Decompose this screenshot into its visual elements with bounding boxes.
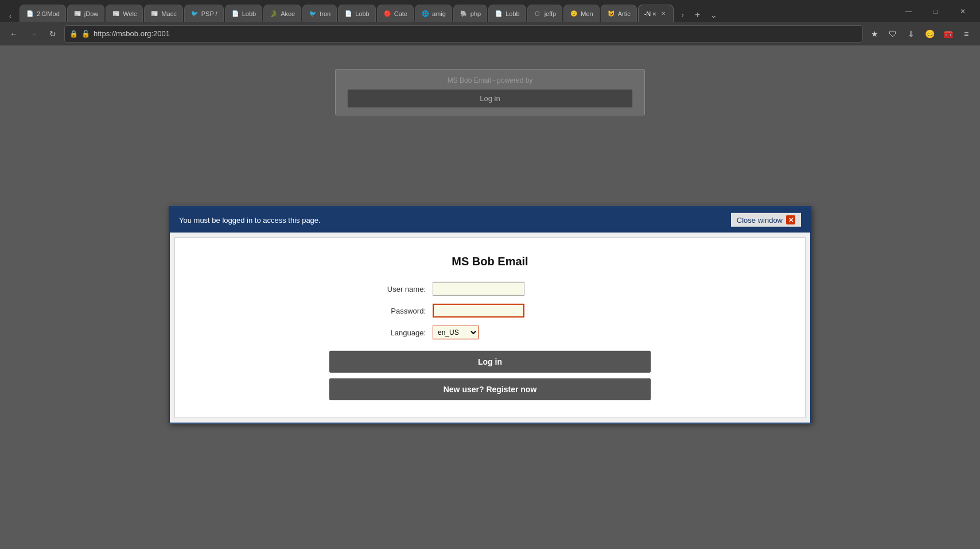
tab-bar-left: ‹ xyxy=(5,10,16,22)
new-tab-button[interactable]: + xyxy=(691,8,705,22)
form-actions: Log in New user? Register now xyxy=(329,351,651,400)
login-form: User name: Password: Language: en_US fr_… xyxy=(364,282,616,339)
download-button[interactable]: ⇓ xyxy=(903,26,919,42)
tab-6[interactable]: 📄 Lobb xyxy=(225,5,262,22)
tab-12-icon: 🐘 xyxy=(460,10,468,18)
security-icon: 🔒 xyxy=(69,30,78,38)
browser-frame: ‹ 📄 2.0/Mod 📰 jDow 📰 Welc 📰 Macc 🐦 PSP /… xyxy=(0,0,980,549)
tab-12-label: php xyxy=(470,10,481,17)
maximize-button[interactable]: □ xyxy=(923,3,948,20)
tab-1-icon: 📄 xyxy=(26,10,34,18)
modal-header: You must be logged in to access this pag… xyxy=(170,207,810,233)
tab-6-label: Lobb xyxy=(242,10,256,17)
address-input[interactable] xyxy=(94,29,858,38)
tab-1-label: 2.0/Mod xyxy=(37,10,60,17)
register-button[interactable]: New user? Register now xyxy=(329,378,651,400)
close-window-button[interactable]: Close window ✕ xyxy=(731,213,801,227)
tab-3[interactable]: 📰 Welc xyxy=(106,5,143,22)
tab-8-icon: 🐦 xyxy=(309,10,317,18)
back-button[interactable]: ← xyxy=(6,26,22,42)
tab-14-icon: ⬡ xyxy=(534,10,542,18)
tab-9-icon: 📄 xyxy=(344,10,352,18)
tab-17-active[interactable]: -N × ✕ xyxy=(638,5,674,22)
background-page: MS Bob Email - powered by Log in xyxy=(335,69,645,115)
tab-8-label: tron xyxy=(320,10,330,17)
shield-button[interactable]: 🛡 xyxy=(885,26,901,42)
username-input[interactable] xyxy=(433,282,524,296)
tab-11-icon: 🌐 xyxy=(421,10,429,18)
tab-10-label: Cate xyxy=(394,10,407,17)
minimize-button[interactable]: — xyxy=(896,3,921,20)
modal-title: MS Bob Email xyxy=(198,255,782,268)
tab-13-icon: 📄 xyxy=(495,10,503,18)
tab-3-icon: 📰 xyxy=(112,10,120,18)
tab-13[interactable]: 📄 Lobb xyxy=(488,5,526,22)
address-bar-container: 🔒 🔓 xyxy=(64,25,863,42)
tab-15-label: Men xyxy=(581,10,593,17)
tab-3-label: Welc xyxy=(123,10,137,17)
tab-7[interactable]: 🐊 Akee xyxy=(263,5,301,22)
tab-5-icon: 🐦 xyxy=(190,10,199,18)
password-row: Password: xyxy=(364,304,616,318)
tab-9-label: Lobb xyxy=(355,10,369,17)
password-input[interactable] xyxy=(433,304,524,318)
tab-scroll-right-btn[interactable]: › xyxy=(677,9,689,21)
tab-4-icon: 📰 xyxy=(150,10,158,18)
bg-header: MS Bob Email - powered by Log in xyxy=(335,69,645,115)
tab-7-label: Akee xyxy=(281,10,295,17)
page-content: MS Bob Email - powered by Log in You mus… xyxy=(0,46,980,549)
forward-button[interactable]: → xyxy=(25,26,41,42)
close-window-label: Close window xyxy=(737,215,783,224)
tab-4[interactable]: 📰 Macc xyxy=(144,5,182,22)
tab-10[interactable]: 🔴 Cate xyxy=(377,5,414,22)
tab-5[interactable]: 🐦 PSP / xyxy=(184,5,224,22)
tab-list-button[interactable]: ⌄ xyxy=(707,8,721,22)
login-button[interactable]: Log in xyxy=(329,351,651,373)
tab-15[interactable]: 🙂 Men xyxy=(563,5,599,22)
username-label: User name: xyxy=(364,284,433,293)
tab-2[interactable]: 📰 jDow xyxy=(67,5,104,22)
language-select[interactable]: en_US fr_FR de_DE es_ES xyxy=(433,326,479,339)
tab-bar: ‹ 📄 2.0/Mod 📰 jDow 📰 Welc 📰 Macc 🐦 PSP /… xyxy=(0,0,980,22)
tab-9[interactable]: 📄 Lobb xyxy=(338,5,375,22)
password-label: Password: xyxy=(364,306,433,315)
tab-16-icon: 😺 xyxy=(607,10,615,18)
bg-title: MS Bob Email - powered by xyxy=(347,76,633,84)
tab-12[interactable]: 🐘 php xyxy=(453,5,487,22)
tab-14[interactable]: ⬡ jeffp xyxy=(527,5,563,22)
tab-7-icon: 🐊 xyxy=(270,10,278,18)
tab-1[interactable]: 📄 2.0/Mod xyxy=(20,5,66,22)
tab-2-icon: 📰 xyxy=(73,10,81,18)
account-button[interactable]: 😊 xyxy=(921,26,938,42)
reload-button[interactable]: ↻ xyxy=(45,26,61,42)
close-button[interactable]: ✕ xyxy=(950,3,975,20)
tab-11-label: amig xyxy=(432,10,446,17)
bookmark-button[interactable]: ★ xyxy=(866,26,882,42)
tab-8[interactable]: 🐦 tron xyxy=(302,5,337,22)
username-row: User name: xyxy=(364,282,616,296)
tab-6-icon: 📄 xyxy=(231,10,239,18)
extensions-button[interactable]: 🧰 xyxy=(940,26,956,42)
tab-11[interactable]: 🌐 amig xyxy=(415,5,452,22)
tab-17-label: -N × xyxy=(644,10,656,17)
language-label: Language: xyxy=(364,328,433,337)
tab-bar-right: › + ⌄ xyxy=(677,8,721,22)
tab-14-label: jeffp xyxy=(545,10,557,17)
tab-16[interactable]: 😺 Artic xyxy=(601,5,637,22)
tab-16-label: Artic xyxy=(618,10,631,17)
tab-4-label: Macc xyxy=(161,10,176,17)
window-controls: — □ ✕ xyxy=(896,3,975,22)
tab-10-icon: 🔴 xyxy=(383,10,391,18)
lock-icon: 🔓 xyxy=(81,30,90,38)
modal-header-text: You must be logged in to access this pag… xyxy=(179,215,321,224)
close-window-icon: ✕ xyxy=(786,215,795,225)
tab-15-icon: 🙂 xyxy=(570,10,578,18)
tab-17-close-icon[interactable]: ✕ xyxy=(659,10,667,18)
login-modal: You must be logged in to access this pag… xyxy=(169,206,811,424)
nav-bar: ← → ↻ 🔒 🔓 ★ 🛡 ⇓ 😊 🧰 ≡ xyxy=(0,22,980,46)
tab-scroll-left-btn[interactable]: ‹ xyxy=(5,10,16,22)
language-row: Language: en_US fr_FR de_DE es_ES xyxy=(364,326,616,339)
nav-right-buttons: ★ 🛡 ⇓ 😊 🧰 ≡ xyxy=(866,26,974,42)
tab-13-label: Lobb xyxy=(505,10,519,17)
menu-button[interactable]: ≡ xyxy=(958,26,974,42)
